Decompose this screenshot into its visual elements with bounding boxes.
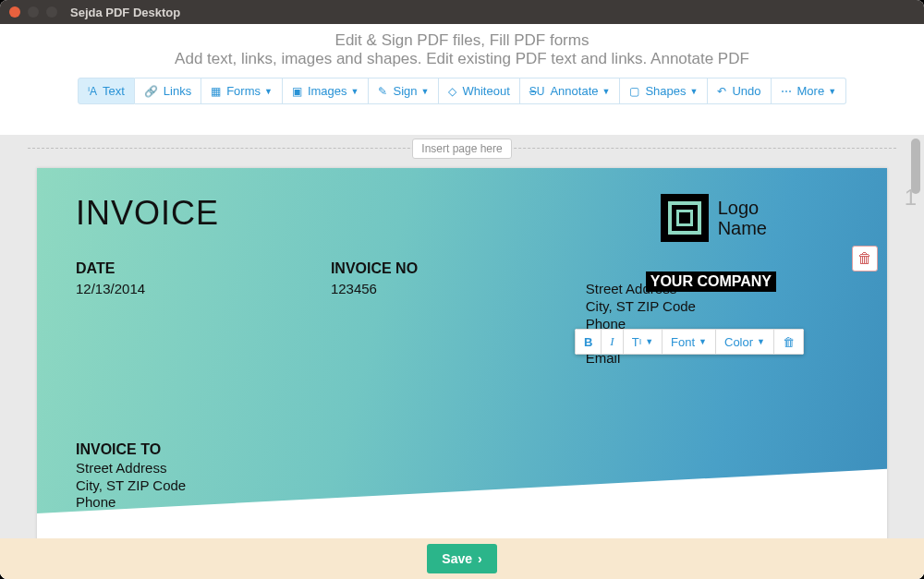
chevron-down-icon: ▼ bbox=[699, 337, 707, 346]
forms-icon: ▦ bbox=[211, 85, 221, 98]
links-tool-label: Links bbox=[164, 84, 191, 98]
document-canvas: Insert page here 1 INVOICE Logo Name bbox=[0, 135, 924, 579]
save-button[interactable]: Save › bbox=[427, 544, 496, 573]
window-close-button[interactable] bbox=[9, 6, 20, 18]
text-size-small-icon: I bbox=[639, 337, 642, 346]
text-icon: ᴵA bbox=[88, 85, 97, 98]
annotate-icon: SU bbox=[529, 85, 545, 98]
trash-icon: 🗑 bbox=[783, 335, 795, 349]
font-label: Font bbox=[671, 335, 695, 349]
undo-icon: ↶ bbox=[717, 85, 726, 98]
color-label: Color bbox=[724, 335, 753, 349]
text-tool-label: Text bbox=[103, 84, 125, 98]
whiteout-tool-button[interactable]: ◇Whiteout bbox=[439, 78, 519, 104]
insert-page-button[interactable]: Insert page here bbox=[412, 139, 511, 159]
selected-text-company[interactable]: YOUR COMPANY bbox=[646, 271, 776, 292]
shapes-tool-button[interactable]: ▢Shapes▼ bbox=[620, 78, 708, 104]
sign-icon: ✎ bbox=[378, 85, 387, 98]
header-line-2: Add text, links, images and shapes. Edit… bbox=[0, 50, 924, 68]
logo-line-1: Logo bbox=[718, 198, 767, 218]
trash-icon: 🗑 bbox=[857, 250, 872, 267]
page-number: 1 bbox=[905, 185, 917, 211]
pdf-page[interactable]: INVOICE Logo Name DATE bbox=[37, 168, 887, 556]
images-tool-label: Images bbox=[308, 84, 347, 98]
chevron-down-icon: ▼ bbox=[421, 87, 430, 96]
company-addr-line[interactable]: City, ST ZIP Code bbox=[586, 298, 841, 316]
chevron-down-icon: ▼ bbox=[757, 337, 765, 346]
chevron-down-icon: ▼ bbox=[351, 87, 359, 96]
more-label: More bbox=[797, 84, 825, 98]
invto-label[interactable]: INVOICE TO bbox=[76, 441, 848, 458]
forms-tool-button[interactable]: ▦Forms▼ bbox=[201, 78, 283, 104]
invto-addr-line[interactable]: Phone bbox=[76, 494, 848, 512]
shapes-tool-label: Shapes bbox=[645, 84, 686, 98]
whiteout-tool-label: Whiteout bbox=[462, 84, 509, 98]
forms-tool-label: Forms bbox=[226, 84, 261, 98]
text-size-icon: T bbox=[632, 335, 639, 349]
annotate-tool-button[interactable]: SUAnnotate▼ bbox=[520, 78, 621, 104]
chevron-down-icon: ▼ bbox=[264, 87, 273, 96]
undo-label: Undo bbox=[732, 84, 760, 98]
undo-button[interactable]: ↶Undo bbox=[708, 78, 771, 104]
logo-line-2: Name bbox=[718, 218, 767, 238]
text-tool-button[interactable]: ᴵAText bbox=[78, 78, 135, 104]
chevron-down-icon: ▼ bbox=[828, 87, 836, 96]
invno-value[interactable]: 123456 bbox=[331, 281, 586, 296]
delete-page-button[interactable]: 🗑 bbox=[852, 246, 878, 271]
chevron-down-icon: ▼ bbox=[602, 87, 610, 96]
save-bar: Save › bbox=[0, 538, 924, 579]
content-area: Edit & Sign PDF files, Fill PDF forms Ad… bbox=[0, 24, 924, 579]
italic-button[interactable]: I bbox=[602, 329, 623, 355]
color-button[interactable]: Color▼ bbox=[716, 329, 774, 355]
window-maximize-button[interactable] bbox=[46, 6, 57, 18]
more-icon: ⋯ bbox=[781, 85, 792, 98]
annotate-tool-label: Annotate bbox=[550, 84, 598, 98]
image-icon: ▣ bbox=[292, 85, 302, 98]
logo-block[interactable]: Logo Name bbox=[661, 194, 767, 242]
window-title: Sejda PDF Desktop bbox=[70, 6, 180, 19]
invto-addr-line[interactable]: Fax bbox=[76, 512, 848, 529]
images-tool-button[interactable]: ▣Images▼ bbox=[283, 78, 370, 104]
insert-page-row: Insert page here bbox=[28, 135, 896, 163]
app-window: Sejda PDF Desktop Edit & Sign PDF files,… bbox=[0, 0, 924, 579]
header-description: Edit & Sign PDF files, Fill PDF forms Ad… bbox=[0, 24, 924, 74]
sign-tool-button[interactable]: ✎Sign▼ bbox=[369, 78, 439, 104]
links-tool-button[interactable]: 🔗Links bbox=[135, 78, 201, 104]
date-value[interactable]: 12/13/2014 bbox=[76, 281, 331, 296]
text-format-toolbar: B I TI▼ Font▼ Color▼ 🗑 bbox=[575, 329, 804, 355]
shapes-icon: ▢ bbox=[629, 85, 639, 98]
invno-label[interactable]: INVOICE NO bbox=[331, 260, 586, 277]
main-toolbar: ᴵAText 🔗Links ▦Forms▼ ▣Images▼ ✎Sign▼ ◇W… bbox=[0, 74, 924, 114]
invto-addr-line[interactable]: City, ST ZIP Code bbox=[76, 477, 848, 495]
date-label[interactable]: DATE bbox=[76, 260, 331, 277]
sign-tool-label: Sign bbox=[393, 84, 417, 98]
chevron-down-icon: ▼ bbox=[690, 87, 699, 96]
link-icon: 🔗 bbox=[144, 85, 158, 98]
chevron-right-icon: › bbox=[478, 551, 482, 566]
logo-icon bbox=[661, 194, 709, 242]
save-label: Save bbox=[442, 551, 472, 566]
more-button[interactable]: ⋯More▼ bbox=[772, 78, 847, 104]
window-minimize-button[interactable] bbox=[28, 6, 39, 18]
titlebar: Sejda PDF Desktop bbox=[0, 0, 924, 24]
whiteout-icon: ◇ bbox=[448, 85, 456, 98]
bold-button[interactable]: B bbox=[575, 329, 602, 355]
font-button[interactable]: Font▼ bbox=[663, 329, 716, 355]
chevron-down-icon: ▼ bbox=[645, 337, 653, 346]
header-line-1: Edit & Sign PDF files, Fill PDF forms bbox=[0, 31, 924, 50]
invto-addr-line[interactable]: Street Address bbox=[76, 460, 848, 477]
delete-text-button[interactable]: 🗑 bbox=[774, 329, 804, 355]
text-size-button[interactable]: TI▼ bbox=[624, 329, 663, 355]
